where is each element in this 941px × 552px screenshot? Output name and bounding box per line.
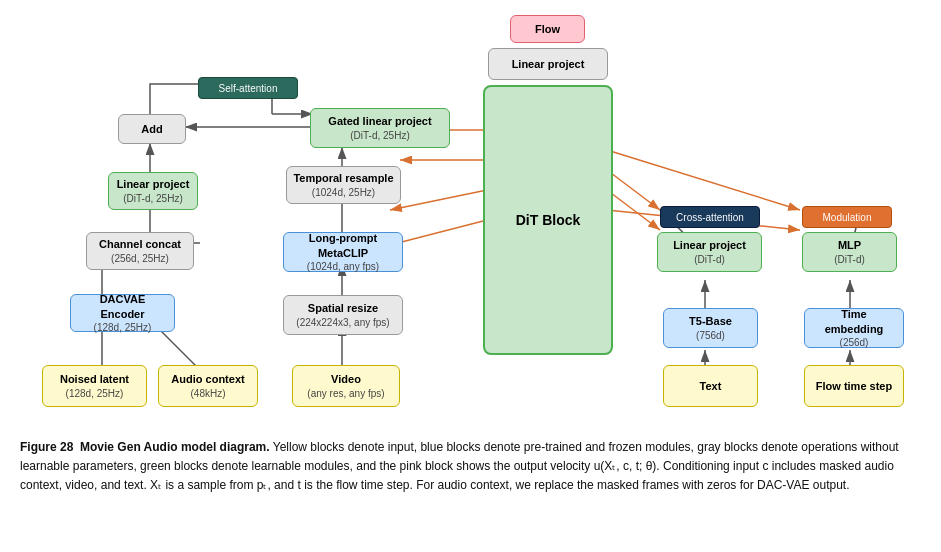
self-attention-label: Self-attention xyxy=(198,77,298,99)
time-embedding-block: Time embedding (256d) xyxy=(804,308,904,348)
linear-proj-left-block: Linear project (DiT-d, 25Hz) xyxy=(108,172,198,210)
temporal-resample-block: Temporal resample (1024d, 25Hz) xyxy=(286,166,401,204)
linear-project-top-block: Linear project xyxy=(488,48,608,80)
figure-title: Movie Gen Audio model diagram. xyxy=(80,440,270,454)
svg-line-17 xyxy=(390,190,487,210)
flow-block: Flow xyxy=(510,15,585,43)
audio-context-block: Audio context (48kHz) xyxy=(158,365,258,407)
svg-line-18 xyxy=(390,220,487,245)
flow-time-step-block: Flow time step xyxy=(804,365,904,407)
dit-block: DiT Block xyxy=(483,85,613,355)
add-block: Add xyxy=(118,114,186,144)
svg-line-19 xyxy=(607,190,660,230)
svg-line-22 xyxy=(607,150,800,210)
modulation-label: Modulation xyxy=(802,206,892,228)
diagram: Flow Linear project DiT Block Self-atten… xyxy=(20,10,921,430)
text-block: Text xyxy=(663,365,758,407)
dit-block-label: DiT Block xyxy=(516,211,581,229)
gated-linear-block: Gated linear project (DiT-d, 25Hz) xyxy=(310,108,450,148)
figure-caption: Figure 28 Movie Gen Audio model diagram.… xyxy=(20,438,921,496)
cross-attention-label: Cross-attention xyxy=(660,206,760,228)
linear-proj-right-block: Linear project (DiT-d) xyxy=(657,232,762,272)
svg-line-21 xyxy=(607,170,660,210)
video-block: Video (any res, any fps) xyxy=(292,365,400,407)
dacvae-block: DACVAE Encoder (128d, 25Hz) xyxy=(70,294,175,332)
figure-num: Figure 28 xyxy=(20,440,73,454)
spatial-resize-block: Spatial resize (224x224x3, any fps) xyxy=(283,295,403,335)
channel-concat-block: Channel concat (256d, 25Hz) xyxy=(86,232,194,270)
mlp-block: MLP (DiT-d) xyxy=(802,232,897,272)
noised-latent-block: Noised latent (128d, 25Hz) xyxy=(42,365,147,407)
t5-base-block: T5-Base (756d) xyxy=(663,308,758,348)
long-prompt-block: Long-prompt MetaCLIP (1024d, any fps) xyxy=(283,232,403,272)
arrows-svg xyxy=(20,10,921,430)
